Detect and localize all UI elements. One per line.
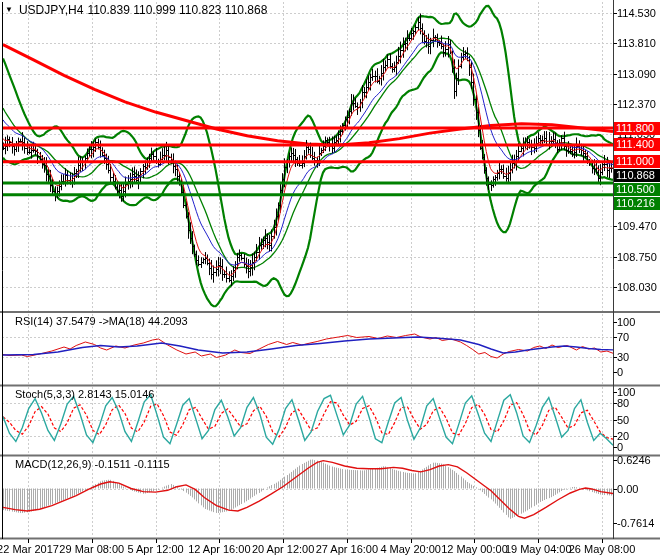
current-price-badge: 110.868 xyxy=(614,169,660,182)
rsi-tick-label: 70 xyxy=(617,331,629,343)
rsi-indicator-label: RSI(14) 37.5479 ->MA(18) 44.2093 xyxy=(15,315,188,327)
rsi-tick-label: 100 xyxy=(617,316,635,328)
price-tick-label: 113.090 xyxy=(617,68,656,80)
price-level-badge: 110.500 xyxy=(614,183,660,196)
macd-tick-label: 0.6246 xyxy=(617,454,651,466)
stoch-tick-label: 80 xyxy=(617,397,629,409)
price-tick-label: 112.370 xyxy=(617,98,656,110)
macd-tick-label: -0.7614 xyxy=(617,517,654,529)
macd-indicator-label: MACD(12,26,9) -0.1511 -0.1115 xyxy=(15,458,170,470)
price-level-badge: 111.400 xyxy=(614,138,660,151)
chart-window: ▼USDJPY,H4110.839 110.999 110.823 110.86… xyxy=(0,0,660,560)
price-level-badge: 111.000 xyxy=(614,155,660,168)
symbol-dropdown-icon[interactable]: ▼ xyxy=(5,5,13,14)
stoch-tick-label: 0 xyxy=(617,441,623,453)
stoch-tick-label: 50 xyxy=(617,414,629,426)
time-axis-label: 26 May 08:00 xyxy=(557,543,647,555)
macd-tick-label: 0.00 xyxy=(617,483,638,495)
price-level-badge: 110.216 xyxy=(614,197,660,210)
ohlc-quote-label: 110.839 110.999 110.823 110.868 xyxy=(87,3,267,17)
price-tick-label: 113.810 xyxy=(617,37,656,49)
price-tick-label: 108.030 xyxy=(617,281,657,293)
rsi-tick-label: 30 xyxy=(617,351,629,363)
price-tick-label: 108.750 xyxy=(617,251,657,263)
price-tick-label: 109.470 xyxy=(617,220,657,232)
chart-canvas[interactable] xyxy=(0,0,660,560)
stoch-indicator-label: Stoch(5,3,3) 2.8143 15.0146 xyxy=(15,388,154,400)
chart-title-bar: ▼USDJPY,H4110.839 110.999 110.823 110.86… xyxy=(5,3,271,17)
symbol-period-label: USDJPY,H4 xyxy=(19,3,83,17)
rsi-tick-label: 0 xyxy=(617,366,623,378)
price-level-badge: 111.800 xyxy=(614,122,660,135)
price-tick-label: 114.530 xyxy=(617,7,656,19)
